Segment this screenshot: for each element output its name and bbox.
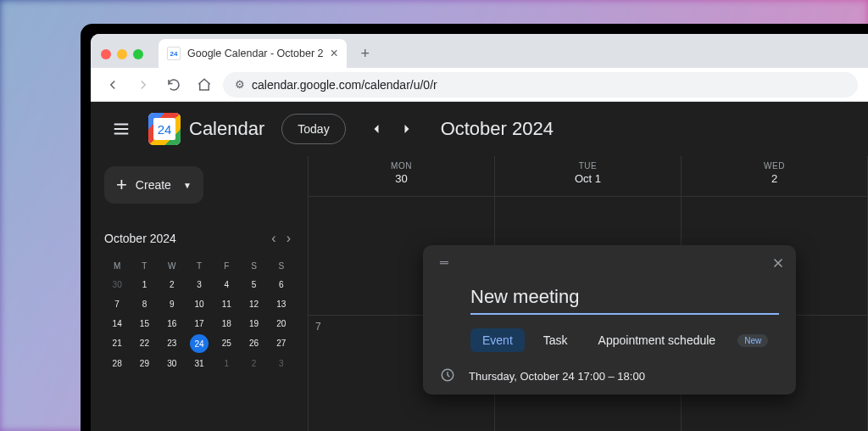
mini-day[interactable]: 9 <box>159 295 185 313</box>
mini-day[interactable]: 28 <box>104 355 130 372</box>
mini-day[interactable]: 29 <box>131 355 157 372</box>
home-button[interactable] <box>192 73 216 97</box>
mini-day[interactable]: 13 <box>269 295 294 313</box>
create-button[interactable]: + Create ▼ <box>104 166 203 204</box>
minimize-window-button[interactable] <box>117 49 127 59</box>
next-period-button[interactable] <box>393 115 420 143</box>
mini-day[interactable]: 1 <box>131 276 157 294</box>
create-event-popup: ═ Event Task Appointment schedule New Th… <box>423 245 796 395</box>
mini-day[interactable]: 31 <box>186 355 212 372</box>
tab-event[interactable]: Event <box>470 328 525 352</box>
calendar-app: 24 Calendar Today October 2024 + Create … <box>91 102 868 431</box>
mini-dow: S <box>269 258 294 274</box>
calendar-logo: 24 Calendar <box>148 113 264 145</box>
mini-day[interactable]: 16 <box>159 315 185 333</box>
calendar-logo-icon: 24 <box>148 113 181 145</box>
mini-day[interactable]: 30 <box>159 355 185 372</box>
url-input[interactable]: ⚙ calendar.google.com/calendar/u/0/r <box>223 72 858 98</box>
mini-day[interactable]: 3 <box>269 355 294 372</box>
mini-calendar: October 2024 ‹ › MTWTFSS3012345678910111… <box>104 229 294 372</box>
main-calendar-grid: MON30TUEOct 1WED2 7 ═ Event Task Appoint… <box>308 156 868 431</box>
new-tab-button[interactable]: + <box>353 42 377 65</box>
mini-next-button[interactable]: › <box>283 229 294 248</box>
mini-day[interactable]: 17 <box>186 315 212 333</box>
browser-window: 24 Google Calendar - October 2 × + ⚙ cal… <box>91 34 868 431</box>
event-time-text[interactable]: Thursday, October 24 17:00 – 18:00 <box>469 370 645 383</box>
mini-month-label: October 2024 <box>104 232 176 245</box>
mini-day[interactable]: 5 <box>241 276 266 294</box>
create-label: Create <box>136 178 171 192</box>
sidebar: + Create ▼ October 2024 ‹ › MTWTFSS30123… <box>91 156 308 431</box>
address-bar: ⚙ calendar.google.com/calendar/u/0/r <box>91 68 868 102</box>
mini-day[interactable]: 25 <box>214 334 239 353</box>
day-header[interactable]: TUEOct 1 <box>495 156 682 196</box>
app-title: Calendar <box>189 118 264 140</box>
mini-day[interactable]: 20 <box>269 315 294 333</box>
mini-day[interactable]: 7 <box>104 295 130 313</box>
today-button[interactable]: Today <box>281 114 345 144</box>
tab-appointment-schedule[interactable]: Appointment schedule <box>587 328 728 352</box>
mini-dow: S <box>241 258 266 274</box>
close-tab-icon[interactable]: × <box>331 46 338 61</box>
calendar-favicon-icon: 24 <box>167 47 181 60</box>
mini-day[interactable]: 12 <box>241 295 266 313</box>
mini-day[interactable]: 11 <box>214 295 239 313</box>
back-button[interactable] <box>101 73 125 97</box>
mini-day[interactable]: 1 <box>214 355 239 372</box>
chevron-down-icon: ▼ <box>183 181 192 190</box>
plus-icon: + <box>116 174 127 196</box>
maximize-window-button[interactable] <box>133 49 143 59</box>
day-header[interactable]: WED2 <box>682 156 868 196</box>
current-month-label: October 2024 <box>441 118 554 140</box>
mini-day[interactable]: 10 <box>186 295 212 313</box>
prev-period-button[interactable] <box>363 115 390 143</box>
forward-button[interactable] <box>131 73 155 97</box>
window-controls <box>101 49 143 59</box>
url-text: calendar.google.com/calendar/u/0/r <box>252 78 437 92</box>
browser-tab[interactable]: 24 Google Calendar - October 2 × <box>159 39 347 68</box>
drag-handle-icon[interactable]: ═ <box>440 255 450 274</box>
mini-day[interactable]: 14 <box>104 315 130 333</box>
mini-day[interactable]: 18 <box>214 315 239 333</box>
close-window-button[interactable] <box>101 49 111 59</box>
main-menu-button[interactable] <box>104 112 138 146</box>
mini-day[interactable]: 24 <box>190 334 209 353</box>
new-badge: New <box>737 334 768 347</box>
site-settings-icon[interactable]: ⚙ <box>235 78 245 91</box>
mini-day[interactable]: 27 <box>269 334 294 353</box>
app-header: 24 Calendar Today October 2024 <box>91 102 868 156</box>
mini-day[interactable]: 19 <box>241 315 266 333</box>
mini-dow: M <box>104 258 130 274</box>
mini-day[interactable]: 23 <box>159 334 185 353</box>
mini-dow: W <box>159 258 185 274</box>
close-popup-button[interactable] <box>771 255 786 274</box>
day-header[interactable]: MON30 <box>309 156 495 196</box>
mini-day[interactable]: 15 <box>131 315 157 333</box>
event-title-input[interactable] <box>470 283 779 315</box>
mini-day[interactable]: 3 <box>186 276 212 294</box>
tab-task[interactable]: Task <box>531 328 580 352</box>
mini-day[interactable]: 4 <box>214 276 239 294</box>
mini-day[interactable]: 22 <box>131 334 157 353</box>
mini-day[interactable]: 6 <box>269 276 294 294</box>
tab-strip: 24 Google Calendar - October 2 × + <box>91 34 868 68</box>
mini-day[interactable]: 26 <box>241 334 266 353</box>
mini-day[interactable]: 30 <box>104 276 130 294</box>
mini-day[interactable]: 8 <box>131 295 157 313</box>
mini-day[interactable]: 21 <box>104 334 130 353</box>
mini-prev-button[interactable]: ‹ <box>268 229 279 248</box>
mini-dow: T <box>186 258 212 274</box>
mini-day[interactable]: 2 <box>159 276 185 294</box>
mini-dow: F <box>214 258 239 274</box>
clock-icon <box>440 367 457 384</box>
mini-day[interactable]: 2 <box>241 355 266 372</box>
reload-button[interactable] <box>162 73 186 97</box>
mini-dow: T <box>131 258 157 274</box>
tab-title: Google Calendar - October 2 <box>187 48 324 59</box>
